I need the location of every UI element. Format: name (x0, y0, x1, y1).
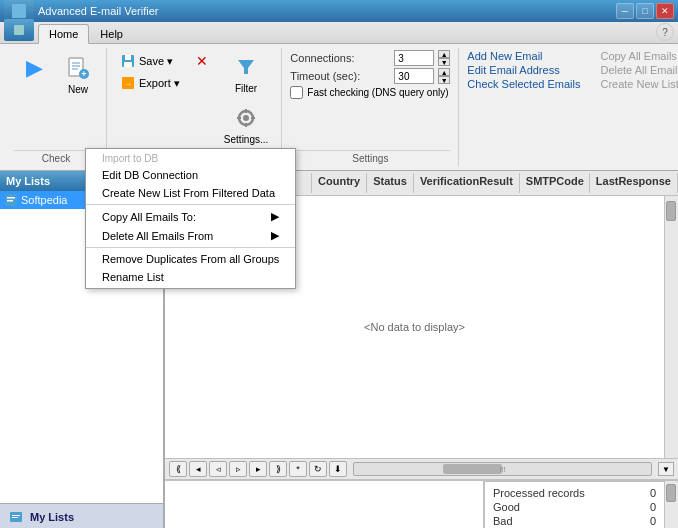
edit-email-link[interactable]: Edit Email Address (467, 64, 580, 76)
sidebar-item-mylists[interactable]: My Lists (0, 504, 163, 528)
connections-input[interactable] (394, 50, 434, 66)
mylists-group-items: Save ▾ → Export ▾ ✕ (115, 50, 273, 148)
mylists-right-btns: ✕ (189, 50, 215, 72)
main-wrapper: My Lists Softpedia Import to DB Edit DB … (0, 171, 678, 528)
stats-processed-label: Processed records (493, 487, 585, 499)
pagination-scrollbar[interactable]: !!! (353, 462, 652, 476)
timeout-up[interactable]: ▲ (438, 68, 450, 76)
page-select-btn[interactable]: * (289, 461, 307, 477)
page-first-btn[interactable]: ⟪ (169, 461, 187, 477)
connections-down[interactable]: ▼ (438, 58, 450, 66)
tab-home[interactable]: Home (38, 24, 89, 44)
help-button[interactable]: ? (656, 23, 674, 41)
actions-columns: Add New Email Edit Email Address Check S… (467, 50, 678, 90)
svg-rect-15 (245, 123, 247, 127)
page-last-btn[interactable]: ⟫ (269, 461, 287, 477)
check-group-items: ▶ + New (14, 50, 98, 148)
delete-icon: ✕ (194, 53, 210, 69)
pagination-bar: ⟪ ◂ ◃ ▹ ▸ ⟫ * ↻ ⬇ !!! ▼ (165, 458, 678, 480)
app-menu-button[interactable] (4, 19, 34, 41)
col-header-country[interactable]: Country (312, 173, 367, 193)
tab-help[interactable]: Help (89, 23, 134, 43)
fast-checking-checkbox[interactable] (290, 86, 303, 99)
svg-rect-7 (125, 55, 131, 60)
svg-text:+: + (81, 69, 86, 79)
check-selected-link[interactable]: Check Selected Emails (467, 78, 580, 90)
delete-all-link[interactable]: Delete All Emails From (600, 64, 678, 76)
page-next-btn[interactable]: ▸ (249, 461, 267, 477)
ctx-copy-all-label: Copy All Emails To: (102, 211, 196, 223)
ctx-separator-2 (86, 247, 295, 248)
page-next-small-btn[interactable]: ▹ (229, 461, 247, 477)
new-icon: + (64, 54, 92, 82)
fast-checking-row: Fast checking (DNS query only) (290, 86, 448, 99)
fast-checking-label: Fast checking (DNS query only) (307, 87, 448, 98)
ctx-copy-all-arrow: ▶ (271, 210, 279, 223)
col-header-status[interactable]: Status (367, 173, 414, 193)
window-controls: ─ □ ✕ (616, 3, 674, 19)
add-email-link[interactable]: Add New Email (467, 50, 580, 62)
page-prev-btn[interactable]: ◂ (189, 461, 207, 477)
page-down-btn[interactable]: ⬇ (329, 461, 347, 477)
scroll-down-btn[interactable]: ▼ (658, 462, 674, 476)
stats-processed-row: Processed records 0 (493, 486, 656, 500)
save-label: Save ▾ (139, 55, 173, 68)
create-new-list-link[interactable]: Create New List From Filtered Data (600, 78, 678, 90)
copy-all-link[interactable]: Copy All Emails To: (600, 50, 678, 62)
svg-rect-23 (7, 197, 15, 199)
new-button[interactable]: + New (58, 50, 98, 99)
tree-item-icon (4, 193, 18, 207)
content-area: My Lists Softpedia Import to DB Edit DB … (0, 171, 678, 528)
col-header-verif[interactable]: VerificationResult (414, 173, 520, 193)
ctx-item-delete-all[interactable]: Delete All Emails From ▶ (86, 226, 295, 245)
ribbon-group-actions: Add New Email Edit Email Address Check S… (459, 48, 678, 166)
filter-button[interactable]: Filter (226, 50, 266, 97)
settings-label: Settings... (224, 134, 268, 145)
connections-up[interactable]: ▲ (438, 50, 450, 58)
timeout-input[interactable] (394, 68, 434, 84)
close-button[interactable]: ✕ (656, 3, 674, 19)
col-header-last[interactable]: LastResponse (590, 173, 678, 193)
page-refresh-btn[interactable]: ↻ (309, 461, 327, 477)
bottom-right-area: Processed records 0 Good 0 Bad 0 Unkno (484, 481, 678, 528)
bottom-left: Active threads: 0 (165, 481, 484, 528)
left-panel: My Lists Softpedia Import to DB Edit DB … (0, 171, 165, 528)
filter-settings-btns: Filter S (219, 50, 273, 148)
page-prev-small-btn[interactable]: ◃ (209, 461, 227, 477)
export-label: Export ▾ (139, 77, 180, 90)
context-menu: Import to DB Edit DB Connection Create N… (85, 171, 296, 289)
start-button[interactable]: ▶ (14, 50, 54, 88)
stats-bad-label: Bad (493, 515, 513, 527)
delete-all-row: Delete All Emails From ▾ (600, 64, 678, 76)
left-sidebar-bottom: My Lists My Databases Bounced Manager (0, 503, 165, 528)
table-v-scrollbar[interactable] (664, 196, 678, 458)
stats-bad-row: Bad 0 (493, 514, 656, 528)
stats-v-scrollbar[interactable] (664, 481, 678, 528)
ctx-item-edit-db[interactable]: Edit DB Connection (86, 171, 295, 184)
save-button[interactable]: Save ▾ (115, 50, 178, 72)
export-button[interactable]: → Export ▾ (115, 72, 185, 94)
title-bar: Advanced E-mail Verifier ─ □ ✕ (0, 0, 678, 22)
settings-group-label: Settings (290, 150, 450, 164)
table-v-scrollbar-thumb[interactable] (666, 201, 676, 221)
col-header-smtp[interactable]: SMTPCode (520, 173, 590, 193)
svg-rect-17 (251, 117, 255, 119)
stats-processed-value: 0 (650, 487, 656, 499)
timeout-row: Timeout (sec): ▲ ▼ (290, 68, 450, 84)
ctx-item-copy-all[interactable]: Copy All Emails To: ▶ (86, 207, 295, 226)
minimize-button[interactable]: ─ (616, 3, 634, 19)
ctx-item-rename[interactable]: Rename List (86, 268, 295, 286)
settings-button[interactable]: Settings... (219, 101, 273, 148)
ctx-item-create-new[interactable]: Create New List From Filtered Data (86, 184, 295, 202)
svg-point-12 (243, 115, 249, 121)
app-icon (12, 4, 26, 18)
maximize-button[interactable]: □ (636, 3, 654, 19)
svg-marker-11 (238, 60, 254, 74)
ctx-item-remove-dupes[interactable]: Remove Duplicates From all Groups (86, 250, 295, 268)
app-menu-icon (14, 25, 24, 35)
filter-label: Filter (235, 83, 257, 94)
copy-all-row: Copy All Emails To: ▾ (600, 50, 678, 62)
timeout-down[interactable]: ▼ (438, 76, 450, 84)
delete-button[interactable]: ✕ (189, 50, 215, 72)
svg-text:→: → (124, 79, 133, 89)
